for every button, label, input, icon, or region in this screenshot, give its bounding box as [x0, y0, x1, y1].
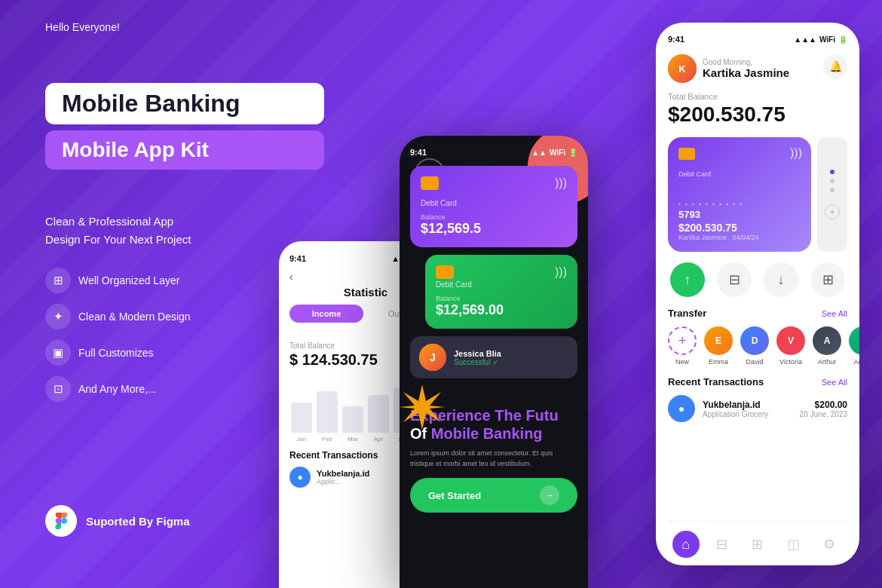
contact-name-adelle: Adelle	[853, 358, 859, 366]
contact-name-arthur: Arthur	[818, 358, 837, 366]
hero-body: Lorem ipsum dolor sit amet consectetur. …	[410, 449, 577, 469]
card-chip-2	[436, 265, 454, 279]
phone-right-status-bar: 9:41 ▲▲▲ WiFi 🔋	[668, 35, 847, 44]
card-scroll[interactable]: +	[817, 137, 847, 252]
notification-icon[interactable]: 🔔	[823, 54, 847, 78]
notif-status: Successful ✓	[454, 358, 501, 366]
scroll-dot-3	[830, 188, 835, 192]
contacts-list: + New E Emma D David V Victoria A Arthur…	[668, 326, 847, 366]
greeting-text: Good Morning,	[703, 58, 789, 66]
trans-icon: ●	[289, 467, 311, 488]
contact-arthur[interactable]: A Arthur	[813, 326, 841, 366]
figma-badge: Suported By Figma	[45, 505, 190, 537]
sub-title: Mobile App Kit	[62, 138, 308, 162]
contact-david[interactable]: D David	[740, 326, 769, 366]
feature-icon-1: ⊞	[45, 268, 71, 293]
card-dots: • • • • • • • • • •	[678, 201, 801, 207]
nav-qr[interactable]: ⊞	[744, 531, 771, 558]
nav-chart[interactable]: ◫	[780, 531, 807, 558]
card-wifi-icon: )))	[555, 176, 567, 190]
feature-text-1: Well Organized Layer	[78, 274, 179, 286]
contact-adelle[interactable]: A Adelle	[849, 326, 859, 366]
card-type-label: Debit Card	[678, 170, 801, 178]
scroll-dot-2	[830, 179, 835, 183]
pr-header: K Good Morning, Kartika Jasmine 🔔	[668, 54, 847, 83]
qr-button[interactable]: ⊞	[810, 262, 845, 297]
download-button[interactable]: ↓	[764, 262, 798, 297]
add-contact-label: New	[675, 358, 689, 366]
add-contact-icon: +	[668, 326, 697, 355]
scroll-dot-1	[830, 170, 835, 174]
contact-name-victoria: Victoria	[779, 358, 802, 366]
feature-item-1: ⊞ Well Organized Layer	[45, 268, 191, 293]
contact-avatar-victoria: V	[776, 326, 805, 355]
card-balance-label-2: Balance	[436, 295, 567, 302]
total-balance-amount: $200.530.75	[668, 103, 847, 127]
notif-avatar: J	[419, 344, 446, 371]
feature-text-3: Full Customizes	[78, 347, 154, 359]
card-row: ))) Debit Card • • • • • • • • • • 5793 …	[668, 137, 847, 252]
card-wifi-icon-2: )))	[555, 265, 567, 279]
recent-transactions-header-right: Recent Transactions See All	[668, 376, 847, 387]
tab-income[interactable]: Income	[289, 305, 363, 323]
feature-icon-4: ⊡	[45, 376, 71, 402]
contact-avatar-arthur: A	[813, 326, 841, 355]
title-block: Mobile Banking Mobile App Kit	[45, 83, 324, 170]
feature-text-2: Clean & Modern Design	[78, 311, 191, 323]
contact-name-emma: Emma	[709, 358, 728, 366]
add-contact[interactable]: + New	[668, 326, 697, 366]
notif-name: Jessica Blia	[454, 349, 501, 358]
contact-avatar-adelle: A	[849, 326, 859, 355]
trans-amount-right: $200.00 20 June, 2023	[800, 400, 847, 418]
feature-text-4: And Any More,...	[78, 383, 157, 395]
feature-icon-2: ✦	[45, 304, 71, 329]
card-balance-amount-2: $12,569.00	[436, 302, 567, 318]
contact-emma[interactable]: E Emma	[704, 326, 733, 366]
card-chip-right	[678, 148, 695, 160]
trans-sub: Applic...	[317, 478, 369, 485]
recent-transactions-title: Recent Transactions	[668, 376, 764, 387]
trans-sub-right: Application Grocery	[703, 410, 768, 418]
bottom-nav: ⌂ ⊟ ⊞ ◫ ⚙	[668, 521, 847, 565]
wallet-button[interactable]: ⊟	[717, 262, 752, 297]
subtitle: Clean & Professional App Design For Your…	[45, 213, 191, 249]
card-balance-amount: $12,569.5	[421, 221, 567, 237]
nav-home[interactable]: ⌂	[672, 531, 700, 558]
title-purple-box: Mobile App Kit	[45, 130, 324, 170]
user-name: Kartika Jasmine	[703, 66, 789, 79]
nav-settings[interactable]: ⚙	[816, 531, 843, 558]
transfer-button[interactable]: ↑	[670, 262, 705, 297]
trans-name: Yukbelanja.id	[317, 469, 369, 478]
contact-victoria[interactable]: V Victoria	[776, 326, 805, 366]
figma-icon	[45, 505, 77, 537]
notification-card: J Jessica Blia Successful ✓	[410, 336, 577, 378]
debit-card-green: ))) Debit Card Balance $12,569.00	[425, 255, 577, 329]
scroll-plus-icon: +	[825, 204, 840, 219]
nav-card[interactable]: ⊟	[708, 531, 735, 558]
starburst-decoration	[400, 384, 445, 430]
recent-see-all[interactable]: See All	[822, 378, 847, 387]
card-nfc-icon: )))	[790, 146, 802, 160]
user-avatar: K	[668, 54, 697, 83]
feature-item-3: ▣ Full Customizes	[45, 340, 191, 366]
figma-badge-text: Suported By Figma	[86, 515, 190, 528]
card-number: 5793	[678, 209, 801, 220]
title-white-box: Mobile Banking	[45, 83, 324, 124]
card-balance-label: Balance	[421, 213, 567, 221]
card-label-2: Debit Card	[436, 280, 567, 289]
feature-item-2: ✦ Clean & Modern Design	[45, 304, 191, 329]
card-chip	[421, 176, 439, 190]
trans-name-right: Yukbelanja.id	[703, 400, 768, 410]
card-holder: Kartika Jasmine . 04/04/24	[678, 234, 801, 241]
transfer-title: Transfer	[668, 308, 706, 319]
get-started-arrow-icon: →	[540, 485, 559, 505]
card-label: Debit Card	[421, 199, 567, 207]
feature-item-4: ⊡ And Any More,...	[45, 376, 191, 402]
transfer-see-all[interactable]: See All	[822, 309, 847, 318]
get-started-button[interactable]: Get Started →	[410, 478, 577, 513]
phone-middle-status-bar: 9:41 ▲▲ WiFi 🔋	[410, 148, 577, 157]
hello-text: Hello Everyone!	[45, 21, 120, 33]
total-balance-label: Total Balance	[668, 92, 847, 101]
feature-icon-3: ▣	[45, 340, 71, 366]
phone-middle: 9:41 ▲▲ WiFi 🔋 ))) Debit Card Balance $1…	[400, 136, 588, 588]
